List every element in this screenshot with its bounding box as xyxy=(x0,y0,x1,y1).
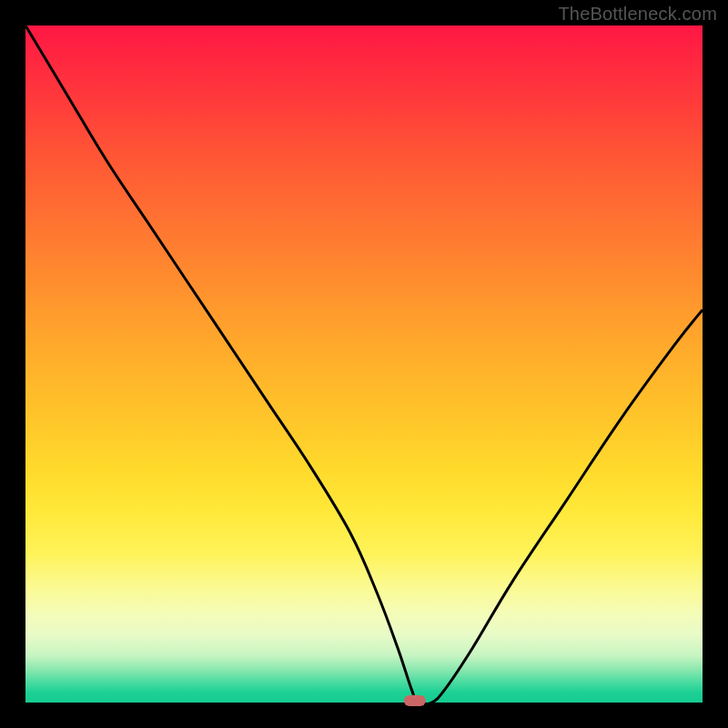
bottleneck-curve xyxy=(25,25,703,704)
optimal-marker xyxy=(404,695,426,706)
watermark-text: TheBottleneck.com xyxy=(558,4,717,25)
chart-svg xyxy=(25,25,703,703)
chart-plot-area xyxy=(25,25,703,703)
